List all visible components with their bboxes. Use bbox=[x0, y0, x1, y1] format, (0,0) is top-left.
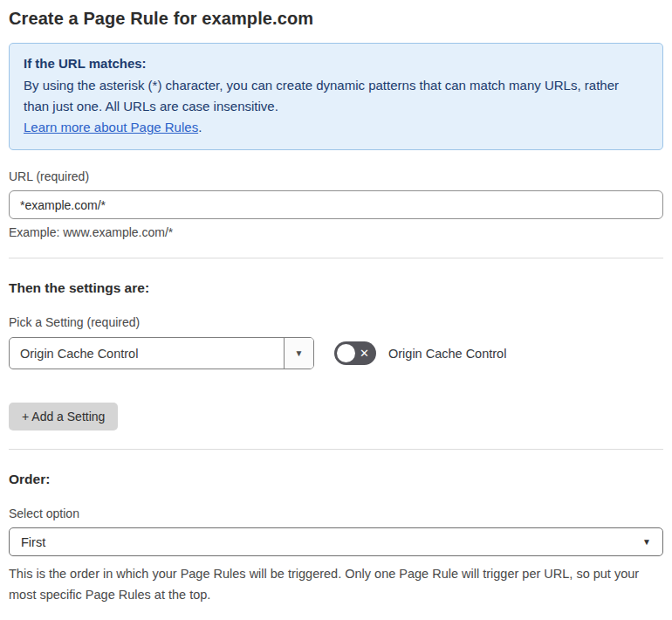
order-section-heading: Order: bbox=[9, 472, 663, 487]
setting-select-value: Origin Cache Control bbox=[10, 338, 284, 369]
add-setting-button[interactable]: + Add a Setting bbox=[9, 403, 118, 431]
origin-cache-control-toggle[interactable]: ✕ bbox=[334, 341, 376, 365]
order-select-value: First bbox=[21, 535, 45, 549]
info-box-body-text: By using the asterisk (*) character, you… bbox=[24, 78, 619, 114]
chevron-down-icon: ▼ bbox=[295, 348, 304, 358]
url-match-info-box: If the URL matches: By using the asteris… bbox=[9, 43, 663, 150]
order-select-label: Select option bbox=[9, 506, 663, 520]
setting-select[interactable]: Origin Cache Control ▼ bbox=[9, 337, 314, 369]
toggle-label: Origin Cache Control bbox=[388, 347, 506, 361]
pick-setting-label: Pick a Setting (required) bbox=[9, 315, 663, 329]
settings-section-heading: Then the settings are: bbox=[9, 280, 663, 296]
setting-row: Origin Cache Control ▼ ✕ Origin Cache Co… bbox=[9, 337, 663, 369]
toggle-off-x-icon: ✕ bbox=[360, 341, 369, 365]
order-helper-text: This is the order in which your Page Rul… bbox=[9, 563, 655, 605]
url-input[interactable] bbox=[9, 190, 663, 219]
order-select[interactable]: First ▼ bbox=[9, 527, 663, 556]
info-box-heading: If the URL matches: bbox=[24, 53, 648, 74]
link-suffix: . bbox=[198, 120, 202, 134]
url-field-label: URL (required) bbox=[9, 169, 663, 183]
divider bbox=[9, 258, 663, 258]
info-box-body: By using the asterisk (*) character, you… bbox=[24, 75, 634, 138]
learn-more-link[interactable]: Learn more about Page Rules bbox=[24, 120, 198, 134]
divider bbox=[9, 449, 663, 450]
chevron-down-icon: ▼ bbox=[642, 537, 651, 547]
page-title: Create a Page Rule for example.com bbox=[9, 9, 663, 29]
setting-select-arrow-button[interactable]: ▼ bbox=[284, 338, 313, 369]
url-example-helper: Example: www.example.com/* bbox=[9, 225, 663, 239]
toggle-knob bbox=[337, 344, 355, 362]
